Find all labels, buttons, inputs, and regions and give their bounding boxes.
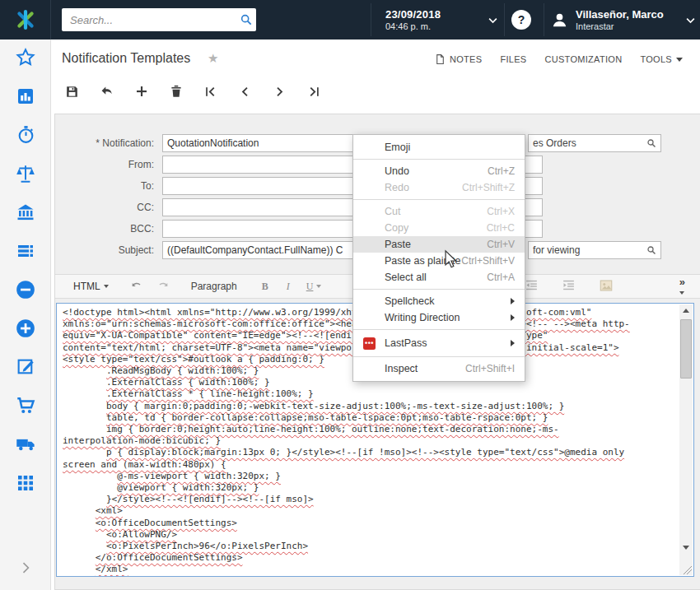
business-date: 23/09/2018: [385, 8, 487, 21]
sidebar-item-bar-chart[interactable]: [0, 78, 51, 117]
undo-icon: [99, 84, 114, 103]
code-line: </o:OfficeDocumentSettings>: [63, 552, 677, 564]
code-line: <o:PixelsPerInch>96</o:PixelsPerInch>: [63, 541, 677, 552]
save-button[interactable]: [64, 86, 80, 101]
editor-undo-button[interactable]: [130, 280, 143, 293]
sidebar-item-star[interactable]: [0, 39, 51, 78]
prev-button[interactable]: [237, 86, 253, 101]
delete-icon: [169, 84, 184, 102]
sidebar-item-cart[interactable]: [0, 388, 51, 426]
italic-button[interactable]: I: [287, 281, 290, 293]
favorite-star-icon[interactable]: ★: [208, 51, 218, 66]
user-name: Villaseñor, Marco: [576, 8, 684, 21]
sidebar-item-scales[interactable]: [0, 156, 51, 194]
user-icon: [550, 11, 569, 30]
first-button[interactable]: [203, 86, 218, 101]
next-icon: [273, 85, 287, 102]
customization-button[interactable]: CUSTOMIZATION: [544, 54, 622, 64]
code-line: img { border:0;height:auto;line-height:1…: [63, 424, 677, 435]
help-icon: ?: [518, 13, 525, 26]
minus-circle-icon: [15, 279, 36, 304]
scroll-down-button[interactable]: [679, 541, 693, 554]
sidebar-item-chevron-right[interactable]: [0, 550, 51, 588]
chevron-down-icon: [676, 58, 683, 62]
paragraph-style-dropdown[interactable]: Paragraph: [191, 281, 237, 292]
menu-item-emoji[interactable]: Emoji: [353, 139, 525, 156]
menu-item-shortcut: Ctrl+V: [487, 239, 515, 250]
first-icon: [203, 85, 217, 102]
chevron-down-icon: [316, 285, 321, 288]
menu-item-spellcheck[interactable]: Spellcheck: [353, 293, 525, 309]
next-button[interactable]: [272, 86, 287, 101]
notes-button[interactable]: NOTES: [435, 53, 482, 65]
sidebar-item-grid[interactable]: [0, 465, 51, 504]
sidebar-item-bank[interactable]: [0, 194, 51, 233]
menu-separator: [353, 356, 525, 357]
menu-item-inspect[interactable]: InspectCtrl+Shift+I: [353, 360, 525, 377]
field-label: BCC:: [58, 223, 154, 235]
menu-item-lastpass[interactable]: •••LastPass: [353, 333, 525, 353]
sidebar-item-plus-circle[interactable]: [0, 310, 51, 349]
indent-button[interactable]: [562, 278, 576, 295]
app-logo[interactable]: [0, 0, 51, 39]
grid-icon: [16, 473, 35, 496]
field-label-text: From:: [128, 159, 154, 170]
submenu-arrow-icon: [511, 340, 515, 346]
sidebar-item-compose[interactable]: [0, 349, 51, 388]
menu-item-paste-as-plain-text[interactable]: Paste as plain textCtrl+Shift+V: [353, 253, 525, 269]
files-button[interactable]: FILES: [500, 54, 526, 64]
scales-icon: [15, 163, 36, 188]
last-icon: [307, 85, 321, 102]
document-icon: [435, 53, 446, 65]
magnifier-icon[interactable]: [646, 245, 656, 255]
header-links: NOTES FILES CUSTOMIZATION TOOLS: [435, 53, 690, 65]
field-label-text: Notification:: [102, 137, 154, 149]
delete-button[interactable]: [168, 86, 184, 101]
search-icon[interactable]: [236, 13, 256, 26]
scrollbar-thumb[interactable]: [680, 319, 692, 379]
help-button[interactable]: ?: [511, 10, 531, 30]
sidebar-item-list[interactable]: [0, 233, 51, 272]
editor-scrollbar[interactable]: [679, 304, 693, 575]
field-label-text: BCC:: [130, 223, 154, 235]
screen-lookup[interactable]: es Orders: [528, 134, 661, 152]
truck-icon: [15, 433, 37, 458]
outdent-button[interactable]: [525, 278, 539, 295]
menu-item-paste[interactable]: PasteCtrl+V: [353, 236, 525, 253]
last-button[interactable]: [306, 86, 322, 101]
editor-redo-button[interactable]: [156, 280, 170, 293]
field-label-text: To:: [141, 180, 154, 192]
asterisk-logo-icon: [14, 8, 37, 31]
image-button[interactable]: [599, 278, 614, 295]
menu-item-select-all[interactable]: Select allCtrl+A: [353, 269, 525, 286]
menu-separator: [353, 199, 525, 200]
sidebar-item-truck[interactable]: [0, 426, 51, 465]
scroll-up-button[interactable]: [679, 304, 693, 317]
bold-button[interactable]: B: [262, 281, 268, 293]
editor-mode-dropdown[interactable]: HTML: [73, 281, 109, 292]
menu-item-label: Emoji: [385, 142, 515, 153]
top-bar: 23/09/2018 04:46 p. m. ? Villaseñor, Mar…: [0, 0, 700, 39]
chevron-down-icon: [684, 14, 697, 26]
menu-item-copy: CopyCtrl+C: [353, 220, 525, 236]
cart-icon: [15, 395, 36, 420]
underline-button[interactable]: U: [306, 281, 322, 293]
resize-handle-icon[interactable]: [682, 564, 692, 574]
business-date-selector[interactable]: 23/09/2018 04:46 p. m.: [377, 6, 499, 34]
menu-item-label: Copy: [385, 222, 487, 234]
sidebar-item-minus-circle[interactable]: [0, 272, 51, 310]
more-tools-button[interactable]: »: [679, 277, 685, 295]
sidebar-item-stopwatch[interactable]: [0, 117, 51, 156]
report-lookup[interactable]: for viewing: [528, 241, 661, 259]
add-button[interactable]: [133, 86, 149, 101]
menu-item-undo[interactable]: UndoCtrl+Z: [353, 163, 525, 179]
search-input[interactable]: [62, 14, 236, 26]
tools-button[interactable]: TOOLS: [640, 54, 683, 64]
undo-button[interactable]: [99, 86, 114, 101]
field-label: * Notification:: [58, 137, 154, 149]
report-lookup-value: for viewing: [533, 244, 646, 256]
magnifier-icon[interactable]: [646, 138, 656, 148]
menu-item-writing-direction[interactable]: Writing Direction: [353, 309, 525, 326]
user-menu[interactable]: Villaseñor, Marco Interastar: [550, 5, 697, 35]
submenu-arrow-icon: [511, 298, 515, 304]
